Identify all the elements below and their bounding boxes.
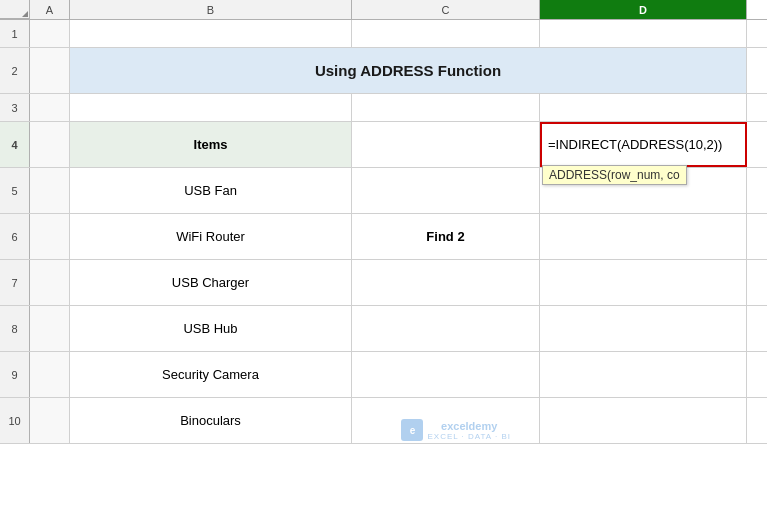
row-num-4: 4 [0, 122, 30, 167]
row-num-8: 8 [0, 306, 30, 351]
col-header-c[interactable]: C [352, 0, 540, 19]
row-num-5: 5 [0, 168, 30, 213]
item-usb-hub: USB Hub [183, 321, 237, 336]
cell-a3[interactable] [30, 94, 70, 121]
col-header-a[interactable]: A [30, 0, 70, 19]
row-num-7: 7 [0, 260, 30, 305]
cell-c6-find2[interactable]: Find 2 [352, 214, 540, 259]
find2-text: Find 2 [426, 229, 464, 244]
cell-c10[interactable] [352, 398, 540, 443]
cell-c7[interactable] [352, 260, 540, 305]
cell-d4-formula[interactable]: =INDIRECT(ADDRESS(10,2)) ADDRESS(row_num… [540, 122, 747, 167]
item-usb-fan: USB Fan [184, 183, 237, 198]
cell-d8[interactable] [540, 306, 747, 351]
cell-c8[interactable] [352, 306, 540, 351]
item-binoculars: Binoculars [180, 413, 241, 428]
cell-b4-header[interactable]: Items [70, 122, 352, 167]
cell-c9[interactable] [352, 352, 540, 397]
cell-a10[interactable] [30, 398, 70, 443]
row-4: 4 Items =INDIRECT(ADDRESS(10,2)) ADDRESS… [0, 122, 767, 168]
cell-d7[interactable] [540, 260, 747, 305]
cell-d10[interactable] [540, 398, 747, 443]
cell-d6[interactable] [540, 214, 747, 259]
cell-a1[interactable] [30, 20, 70, 47]
formula-text: =INDIRECT(ADDRESS(10,2)) [548, 137, 722, 152]
title-text: Using ADDRESS Function [315, 62, 501, 79]
row-num-1: 1 [0, 20, 30, 47]
spreadsheet: A B C D 1 2 Using ADDRESS Function 3 [0, 0, 767, 517]
row-num-3: 3 [0, 94, 30, 121]
col-header-d[interactable]: D [540, 0, 747, 19]
cell-d1[interactable] [540, 20, 747, 47]
cell-d9[interactable] [540, 352, 747, 397]
cell-c3[interactable] [352, 94, 540, 121]
row-1: 1 [0, 20, 767, 48]
cell-b9[interactable]: Security Camera [70, 352, 352, 397]
cell-b10[interactable]: Binoculars e exceldemy EXCEL · DATA · BI [70, 398, 352, 443]
tooltip-text: ADDRESS(row_num, co [549, 168, 680, 182]
cell-b6[interactable]: WiFi Router [70, 214, 352, 259]
row-3: 3 [0, 94, 767, 122]
cell-a6[interactable] [30, 214, 70, 259]
cell-b8[interactable]: USB Hub [70, 306, 352, 351]
row-9: 9 Security Camera [0, 352, 767, 398]
row-8: 8 USB Hub [0, 306, 767, 352]
cell-a2[interactable] [30, 48, 70, 93]
cell-c4[interactable] [352, 122, 540, 167]
items-header-text: Items [194, 137, 228, 152]
row-num-2: 2 [0, 48, 30, 93]
cell-b5[interactable]: USB Fan [70, 168, 352, 213]
row-num-10: 10 [0, 398, 30, 443]
title-cell: Using ADDRESS Function [70, 48, 747, 93]
cell-b7[interactable]: USB Charger [70, 260, 352, 305]
item-security-camera: Security Camera [162, 367, 259, 382]
corner-triangle-icon [22, 11, 28, 17]
corner-cell [0, 0, 30, 19]
cell-b3[interactable] [70, 94, 352, 121]
item-wifi-router: WiFi Router [176, 229, 245, 244]
cell-b1[interactable] [70, 20, 352, 47]
row-7: 7 USB Charger [0, 260, 767, 306]
rows-area: 1 2 Using ADDRESS Function 3 4 [0, 20, 767, 517]
row-num-9: 9 [0, 352, 30, 397]
row-6: 6 WiFi Router Find 2 [0, 214, 767, 260]
item-usb-charger: USB Charger [172, 275, 249, 290]
row-2: 2 Using ADDRESS Function [0, 48, 767, 94]
cell-a4[interactable] [30, 122, 70, 167]
row-10: 10 Binoculars e exceldemy EXCEL · DATA ·… [0, 398, 767, 444]
cell-d3[interactable] [540, 94, 747, 121]
cell-a8[interactable] [30, 306, 70, 351]
cell-a9[interactable] [30, 352, 70, 397]
cell-c5[interactable] [352, 168, 540, 213]
cell-a5[interactable] [30, 168, 70, 213]
col-header-b[interactable]: B [70, 0, 352, 19]
cell-a7[interactable] [30, 260, 70, 305]
row-num-6: 6 [0, 214, 30, 259]
formula-tooltip: ADDRESS(row_num, co [542, 165, 687, 185]
cell-c1[interactable] [352, 20, 540, 47]
column-headers: A B C D [0, 0, 767, 20]
